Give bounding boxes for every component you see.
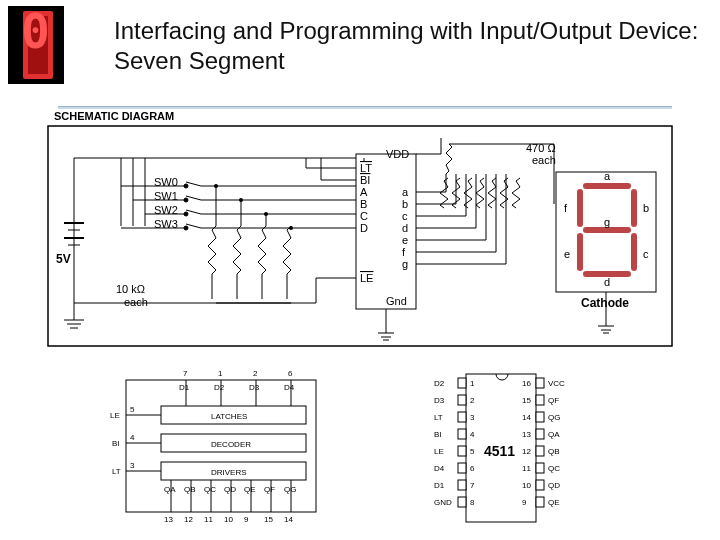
svg-text:BI: BI [434, 430, 442, 439]
svg-text:15: 15 [264, 515, 273, 524]
svg-text:a: a [604, 170, 611, 182]
svg-text:B: B [360, 198, 367, 210]
svg-text:DRIVERS: DRIVERS [211, 468, 247, 477]
svg-rect-201 [536, 497, 544, 507]
svg-text:QB: QB [184, 485, 196, 494]
svg-text:5V: 5V [56, 252, 71, 266]
svg-text:D3: D3 [249, 383, 260, 392]
svg-rect-195 [536, 463, 544, 473]
svg-rect-189 [536, 429, 544, 439]
svg-text:QA: QA [548, 430, 560, 439]
svg-text:5: 5 [470, 447, 475, 456]
svg-text:b: b [402, 198, 408, 210]
svg-text:4: 4 [130, 433, 135, 442]
svg-text:QG: QG [548, 413, 560, 422]
svg-text:9: 9 [244, 515, 249, 524]
svg-text:A: A [360, 186, 368, 198]
svg-rect-192 [536, 446, 544, 456]
svg-text:D2: D2 [434, 379, 445, 388]
svg-text:QD: QD [224, 485, 236, 494]
svg-rect-159 [458, 395, 466, 405]
svg-text:15: 15 [522, 396, 531, 405]
svg-text:SCHEMATIC DIAGRAM: SCHEMATIC DIAGRAM [54, 110, 174, 122]
svg-text:Cathode: Cathode [581, 296, 629, 310]
seven-segment-icon [8, 6, 64, 84]
svg-rect-177 [458, 497, 466, 507]
svg-text:7: 7 [183, 369, 188, 378]
svg-text:LATCHES: LATCHES [211, 412, 247, 421]
svg-text:13: 13 [164, 515, 173, 524]
svg-text:D4: D4 [284, 383, 295, 392]
svg-text:11: 11 [522, 464, 531, 473]
svg-text:9: 9 [522, 498, 527, 507]
svg-text:2: 2 [470, 396, 475, 405]
svg-text:d: d [604, 276, 610, 288]
svg-text:3: 3 [470, 413, 475, 422]
svg-text:3: 3 [130, 461, 135, 470]
svg-text:QE: QE [244, 485, 256, 494]
svg-text:DECODER: DECODER [211, 440, 251, 449]
svg-text:D1: D1 [434, 481, 445, 490]
svg-text:QF: QF [264, 485, 275, 494]
svg-text:e: e [564, 248, 570, 260]
svg-text:QC: QC [548, 464, 560, 473]
svg-text:QD: QD [548, 481, 560, 490]
svg-text:g: g [604, 216, 610, 228]
svg-text:QC: QC [204, 485, 216, 494]
svg-text:10: 10 [522, 481, 531, 490]
svg-text:each: each [124, 296, 148, 308]
svg-text:D: D [360, 222, 368, 234]
svg-rect-174 [458, 480, 466, 490]
svg-text:10 kΩ: 10 kΩ [116, 283, 145, 295]
svg-point-22 [184, 184, 188, 188]
svg-text:C: C [360, 210, 368, 222]
svg-text:D3: D3 [434, 396, 445, 405]
svg-text:LE: LE [360, 272, 373, 284]
svg-rect-165 [458, 429, 466, 439]
svg-text:LE: LE [110, 411, 120, 420]
svg-text:each: each [532, 154, 556, 166]
schematic-diagram: SCHEMATIC DIAGRAM 5V SW0 SW1 SW2 SW3 10 … [46, 108, 674, 528]
svg-text:BI: BI [360, 174, 370, 186]
functional-diagram: LATCHES DECODER DRIVERS 7D1 1D2 2D3 6D4 … [110, 369, 316, 528]
svg-text:QB: QB [548, 447, 560, 456]
svg-text:c: c [402, 210, 408, 222]
svg-text:14: 14 [284, 515, 293, 524]
svg-rect-162 [458, 412, 466, 422]
svg-text:1: 1 [470, 379, 475, 388]
svg-rect-156 [458, 378, 466, 388]
svg-text:LT: LT [434, 413, 443, 422]
svg-point-30 [184, 212, 188, 216]
svg-text:4: 4 [470, 430, 475, 439]
svg-rect-198 [536, 480, 544, 490]
page-title: Interfacing and Programming with Input/O… [114, 16, 720, 76]
svg-text:QG: QG [284, 485, 296, 494]
svg-text:12: 12 [184, 515, 193, 524]
svg-text:14: 14 [522, 413, 531, 422]
svg-rect-186 [536, 412, 544, 422]
svg-text:VDD: VDD [386, 148, 409, 160]
switches: SW0 SW1 SW2 SW3 [154, 176, 178, 230]
svg-text:D2: D2 [214, 383, 225, 392]
svg-text:b: b [643, 202, 649, 214]
svg-text:LE: LE [434, 447, 444, 456]
svg-text:2: 2 [253, 369, 258, 378]
svg-text:QA: QA [164, 485, 176, 494]
svg-text:13: 13 [522, 430, 531, 439]
svg-text:16: 16 [522, 379, 531, 388]
svg-text:1: 1 [218, 369, 223, 378]
svg-rect-168 [458, 446, 466, 456]
svg-text:d: d [402, 222, 408, 234]
svg-point-34 [184, 226, 188, 230]
svg-text:a: a [402, 186, 409, 198]
svg-text:D4: D4 [434, 464, 445, 473]
svg-text:11: 11 [204, 515, 213, 524]
svg-text:10: 10 [224, 515, 233, 524]
svg-text:5: 5 [130, 405, 135, 414]
svg-text:6: 6 [470, 464, 475, 473]
svg-text:LT: LT [112, 467, 121, 476]
svg-text:D1: D1 [179, 383, 190, 392]
svg-text:4511: 4511 [484, 443, 515, 459]
svg-text:GND: GND [434, 498, 452, 507]
pinout-diagram: 4511 D21D32LT3BI4LE5D46D17GND816VCC15QF1… [434, 374, 565, 528]
